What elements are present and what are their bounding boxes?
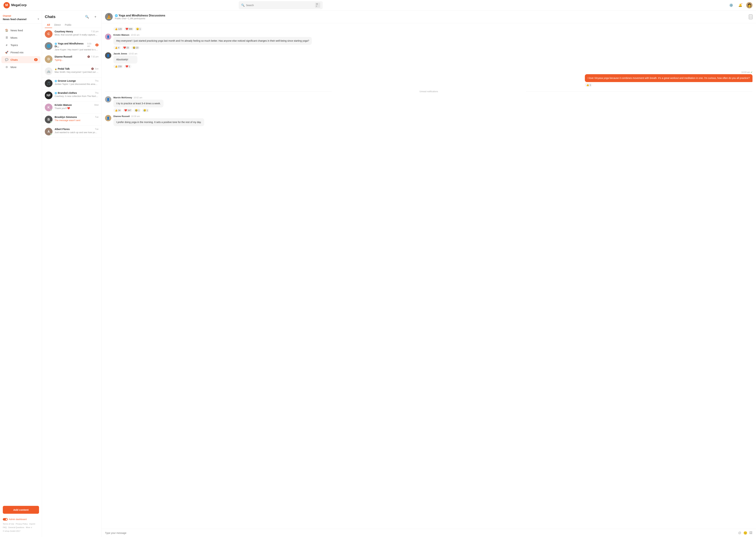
reaction[interactable]: 👍233: [113, 64, 123, 68]
tab-public[interactable]: Public: [63, 22, 73, 28]
more-footer-link[interactable]: More ∨: [26, 526, 32, 528]
chat-name-row: Dianne Russell 🔇 7:32 pm: [55, 55, 99, 58]
chat-time: Thu: [95, 80, 99, 82]
detail-more-button[interactable]: ···: [749, 15, 752, 19]
sidebar-item-more[interactable]: ⊙ More: [1, 63, 40, 70]
chat-item-branded[interactable]: NF 🌐 Branded clothes Thu Courtney: A new…: [42, 89, 101, 102]
chat-item-albert[interactable]: A Albert Flores Tue Just wanted to catch…: [42, 126, 101, 138]
add-content-button[interactable]: Add content: [3, 506, 39, 514]
hash-icon: #: [5, 43, 8, 47]
reaction[interactable]: ❤️347: [123, 108, 133, 112]
imprint-link[interactable]: Imprint: [29, 523, 35, 525]
reaction[interactable]: 😂1: [134, 108, 141, 112]
chat-avatar: B: [45, 116, 53, 123]
message-group-jacob-msg: 👤 Jacob Jones 10:02 am Absolutely! 👍233❤…: [105, 52, 752, 68]
chat-meta: Tue: [95, 128, 99, 130]
chat-info: Kristin Watson Wed Thank you!!!❤️: [55, 103, 99, 109]
chat-item-dianne[interactable]: D Dianne Russell 🔇 7:32 pm Typing...: [42, 53, 101, 65]
chat-avatar: D: [45, 55, 53, 63]
msg-bubble: I try to practice at least 3-4 times a w…: [113, 100, 163, 107]
admin-dashboard-link[interactable]: Admin dashboard: [3, 518, 39, 520]
reaction[interactable]: ❤️1: [124, 64, 131, 68]
lock-icon: 🔒: [55, 68, 57, 70]
chat-item-kristin[interactable]: K Kristin Watson Wed Thank you!!!❤️: [42, 102, 101, 113]
chat-item-brooklyn[interactable]: B Brooklyn Simmons Tue The message wasn'…: [42, 113, 101, 126]
faq-link[interactable]: FAQ: [3, 526, 7, 528]
message-input[interactable]: [105, 532, 736, 534]
image-icon[interactable]: 🖼: [749, 531, 752, 535]
sidebar-item-chats[interactable]: 💬 Chats 2: [1, 56, 40, 63]
sidebar-item-mixes[interactable]: ☰ Mixes: [1, 34, 40, 41]
msg-avatar: 👤: [105, 34, 111, 40]
chat-preview: Jordan Taylor: I just discovered this am…: [55, 83, 99, 85]
logo-icon: M: [4, 2, 10, 8]
mixes-icon: ☰: [5, 36, 8, 39]
at-icon[interactable]: @: [738, 531, 741, 535]
new-chat-button[interactable]: +: [92, 14, 99, 20]
tab-direct[interactable]: Direct: [52, 22, 63, 28]
msg-header: Marvin McKinney 10:02 am: [113, 96, 163, 99]
chat-time: Tue: [95, 116, 99, 118]
reaction[interactable]: 👍123: [113, 27, 123, 31]
detail-avatar: 🧘: [105, 13, 113, 21]
chat-info: Dianne Russell 🔇 7:32 pm Typing...: [55, 55, 99, 61]
emoji-icon[interactable]: 🙂: [743, 531, 747, 535]
reaction[interactable]: ❤️999: [124, 27, 134, 31]
chat-search-button[interactable]: 🔍: [84, 14, 90, 20]
channel-label: Channel: [3, 15, 39, 17]
search-icon: 🔍: [241, 4, 245, 7]
message-group-kristin-msg: 👤 Kristin Watson 10:02 am Hey everyone! …: [105, 34, 752, 50]
chat-time: 7:32 pm: [91, 30, 99, 33]
msg-content: Jacob Jones 10:02 am Absolutely! 👍233❤️1: [113, 52, 137, 68]
muted-icon: 🔇: [87, 56, 90, 58]
notifications-button[interactable]: 🔔: [737, 2, 743, 8]
general-questions-link[interactable]: General Questions: [8, 526, 24, 528]
main-layout: Channel News feed channel ▾ 🏠 News feed …: [0, 11, 756, 537]
chat-item-pedal[interactable]: 🚲 🔒 Pedal Talk 🔇 Sun Max Smith: Hey ever…: [42, 65, 101, 77]
messages: 👍123❤️999😠1 👤 Kristin Watson 10:02 am He…: [102, 23, 756, 529]
sidebar-item-topics[interactable]: # Topics: [1, 41, 40, 49]
notification-dot: [741, 3, 742, 4]
msg-sender: Dianne Russell: [113, 115, 130, 118]
chat-item-yoga[interactable]: 🌐 🌐 Yoga and Mindfulness Di... 5:03 am 2…: [42, 40, 101, 53]
user-avatar[interactable]: 👩: [746, 2, 752, 8]
terms-link[interactable]: Terms of Use: [3, 523, 14, 525]
search-bar: 🔍 ⌘ F: [239, 1, 323, 9]
chat-meta: Wed: [94, 104, 99, 106]
reaction[interactable]: ❤️23: [122, 46, 130, 50]
sidebar-item-news-feed[interactable]: 🏠 News feed: [1, 27, 40, 34]
sidebar-item-pinned-mix[interactable]: 🚀 Pinned mix: [1, 49, 40, 56]
chat-name: Courtney Henry: [55, 30, 73, 33]
msg-bubble: I love Vinyasa yoga because it combines …: [585, 74, 752, 82]
chats-actions: 🔍 +: [84, 14, 99, 20]
chat-name: Brooklyn Simmons: [55, 116, 77, 118]
channel-selector[interactable]: Channel News feed channel ▾: [0, 13, 42, 23]
msg-header: Jacob Jones 10:02 am: [113, 52, 137, 55]
chat-name-row: Kristin Watson Wed: [55, 103, 99, 106]
msg-bubble: I prefer doing yoga in the morning. It s…: [113, 118, 204, 126]
chat-item-groove[interactable]: 🎵 🌐 Groove Lounge Thu Jordan Taylor: I j…: [42, 77, 101, 89]
online-indicator: [50, 133, 52, 135]
reaction[interactable]: 😠1: [135, 27, 142, 31]
chat-name-row: Albert Flores Tue: [55, 128, 99, 131]
reaction[interactable]: 👍4: [113, 46, 121, 50]
reaction[interactable]: 😂23: [131, 46, 140, 50]
chat-item-courtney[interactable]: C Courtney Henry 7:32 pm Wow, that sound…: [42, 28, 101, 40]
msg-avatar: 👤: [105, 52, 111, 59]
chat-preview: Wow, that sounds great! It really captur…: [55, 33, 99, 36]
tab-all[interactable]: All: [45, 22, 52, 28]
input-actions: @ 🙂 🖼: [738, 531, 752, 535]
settings-button[interactable]: ⚙️: [728, 2, 734, 8]
msg-time: 10:30 am: [131, 115, 140, 118]
more-icon: ⊙: [5, 65, 8, 69]
message-input-area: @ 🙂 🖼: [102, 529, 756, 537]
msg-sender: Marvin McKinney: [113, 96, 132, 99]
privacy-link[interactable]: Privacy Policy: [16, 523, 28, 525]
chat-time: Sun: [95, 67, 99, 70]
app-name: MegaCorp: [11, 3, 26, 7]
msg-sender: Jacob Jones: [113, 52, 127, 55]
search-input[interactable]: [246, 4, 314, 7]
reaction[interactable]: 👍34: [113, 108, 122, 112]
reaction[interactable]: 😥1: [142, 108, 149, 112]
reaction[interactable]: 👍1: [585, 83, 592, 87]
